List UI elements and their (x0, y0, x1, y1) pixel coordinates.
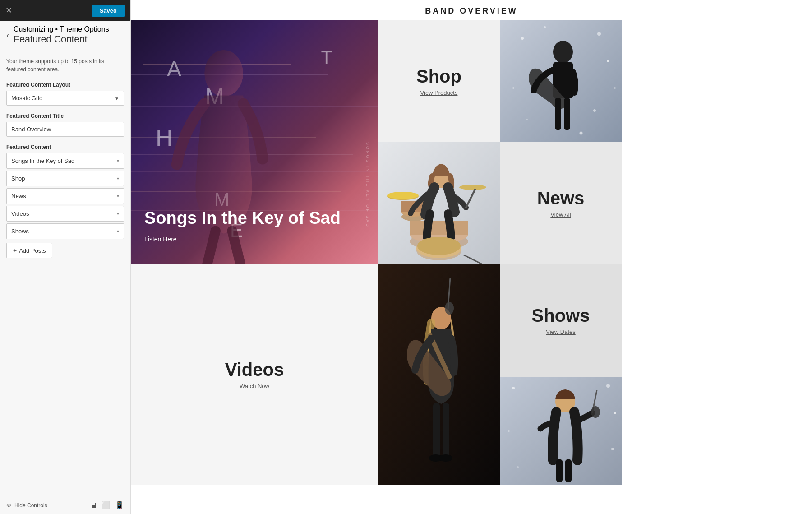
shop-link[interactable]: View Products (420, 89, 458, 96)
videos-cell[interactable]: Videos Watch Now (131, 264, 378, 485)
content-item-label-1: Shop (11, 175, 25, 182)
layout-select-wrapper[interactable]: Mosaic Grid Grid List ▼ (6, 91, 124, 106)
svg-point-25 (387, 192, 419, 199)
guitar2-illustration (378, 264, 500, 485)
chevron-icon-1: ▾ (117, 176, 119, 181)
hero-bg: A T M H M E (131, 20, 378, 264)
svg-point-3 (553, 41, 573, 63)
hide-controls-label: Hide Controls (14, 502, 47, 509)
svg-point-48 (512, 387, 515, 389)
tablet-icon[interactable]: ⬜ (102, 501, 111, 509)
sidebar: ✕ Saved ‹ Customizing • Theme Options Fe… (0, 0, 131, 514)
svg-point-26 (459, 185, 486, 190)
svg-rect-6 (564, 98, 570, 130)
svg-point-31 (417, 237, 461, 255)
chevron-icon-0: ▾ (117, 158, 119, 163)
svg-point-0 (204, 50, 243, 97)
eye-icon: 👁 (6, 502, 12, 509)
hide-controls-button[interactable]: 👁 Hide Controls (6, 502, 47, 509)
add-posts-button[interactable]: + Add Posts (6, 243, 52, 258)
featured-content-label: Featured Content (6, 144, 124, 150)
svg-point-14 (544, 26, 546, 28)
shows-link[interactable]: View Dates (546, 329, 576, 335)
videos-link[interactable]: Watch Now (240, 383, 269, 389)
chevron-icon-4: ▾ (117, 229, 119, 234)
svg-rect-36 (433, 403, 440, 457)
svg-point-9 (607, 60, 609, 62)
svg-point-7 (521, 37, 524, 40)
svg-point-45 (591, 406, 600, 418)
top-bar: ✕ Saved (0, 0, 130, 21)
content-item-1[interactable]: Shop ▾ (6, 171, 124, 186)
sidebar-bottom: 👁 Hide Controls 🖥 ⬜ 📱 (0, 496, 130, 514)
breadcrumb-part2: Theme Options (60, 25, 109, 33)
hero-title: Songs In the Key of Sad (144, 208, 364, 229)
guitar-cell (500, 20, 622, 142)
drummer-cell (378, 142, 500, 264)
svg-point-41 (445, 302, 454, 315)
layout-field-label: Featured Content Layout (6, 82, 124, 88)
svg-point-50 (614, 412, 616, 414)
content-item-label-2: News (11, 193, 26, 199)
shows-cell[interactable]: Shows View Dates (500, 264, 622, 377)
plus-icon: + (13, 247, 17, 254)
content-item-4[interactable]: Shows ▾ (6, 223, 124, 239)
panel-title: Featured Content (14, 33, 109, 45)
svg-point-13 (580, 132, 583, 135)
close-button[interactable]: ✕ (5, 6, 12, 14)
band-overview-header: BAND OVERVIEW (131, 0, 812, 20)
title-field-group: Featured Content Title (6, 113, 124, 137)
news-link[interactable]: View All (550, 211, 571, 218)
saved-button[interactable]: Saved (92, 5, 125, 17)
svg-point-8 (597, 32, 601, 36)
content-item-0[interactable]: Songs In the Key of Sad ▾ (6, 153, 124, 169)
guitar2-cell (378, 264, 500, 485)
band-overview-title: BAND OVERVIEW (131, 6, 812, 16)
videos-title: Videos (225, 360, 284, 380)
device-icons: 🖥 ⬜ 📱 (90, 501, 124, 509)
mobile-icon[interactable]: 📱 (115, 501, 124, 509)
svg-point-15 (614, 87, 616, 89)
title-field-label: Featured Content Title (6, 113, 124, 119)
content-item-2[interactable]: News ▾ (6, 188, 124, 204)
svg-point-11 (593, 109, 596, 112)
shop-title: Shop (416, 66, 461, 87)
mosaic-grid: A T M H M E (131, 20, 812, 514)
chevron-icon-2: ▾ (117, 194, 119, 199)
content-item-label-0: Songs In the Key of Sad (11, 157, 74, 164)
breadcrumb: Customizing • Theme Options (14, 25, 109, 33)
breadcrumb-area: Customizing • Theme Options Featured Con… (14, 25, 109, 45)
drummer-illustration (378, 142, 500, 264)
hero-content: Songs In the Key of Sad Listen Here (144, 208, 364, 243)
layout-select[interactable]: Mosaic Grid Grid List (7, 91, 124, 105)
svg-point-53 (517, 466, 519, 468)
content-item-3[interactable]: Videos ▾ (6, 206, 124, 222)
svg-rect-37 (443, 403, 449, 457)
add-posts-label: Add Posts (19, 247, 46, 254)
singer-cell (500, 377, 622, 485)
singer-illustration (500, 377, 622, 485)
layout-field-group: Featured Content Layout Mosaic Grid Grid… (6, 82, 124, 106)
title-input[interactable] (6, 122, 124, 137)
sidebar-nav: ‹ Customizing • Theme Options Featured C… (0, 21, 130, 50)
news-cell[interactable]: News View All (500, 142, 622, 264)
svg-rect-47 (565, 459, 572, 482)
content-item-label-3: Videos (11, 210, 29, 217)
svg-point-39 (439, 454, 452, 462)
svg-point-49 (606, 384, 610, 388)
svg-rect-20 (410, 221, 468, 235)
sidebar-content: Your theme supports up to 15 posts in it… (0, 50, 130, 496)
svg-point-12 (526, 119, 528, 120)
svg-point-10 (512, 87, 514, 89)
back-button[interactable]: ‹ (6, 31, 9, 40)
svg-point-52 (611, 448, 614, 450)
main-content: BAND OVERVIEW A T (131, 0, 812, 514)
hero-cell[interactable]: A T M H M E (131, 20, 378, 264)
support-text: Your theme supports up to 15 posts in it… (6, 57, 124, 74)
chevron-icon-3: ▾ (117, 211, 119, 216)
shop-cell[interactable]: Shop View Products (378, 20, 500, 142)
desktop-icon[interactable]: 🖥 (90, 501, 97, 509)
breadcrumb-part1: Customizing (14, 25, 53, 33)
content-item-label-4: Shows (11, 228, 29, 235)
hero-link[interactable]: Listen Here (144, 236, 177, 243)
